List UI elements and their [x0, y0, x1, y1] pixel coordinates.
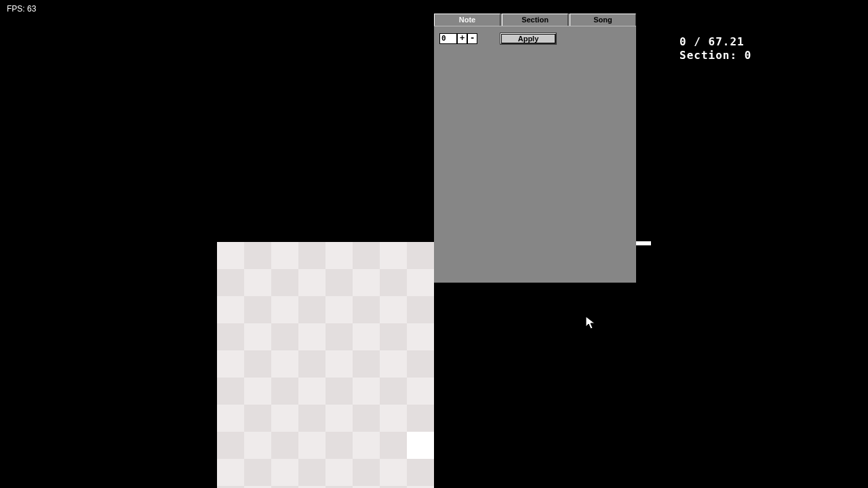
panel-body: 0 + - Apply: [434, 26, 636, 283]
tab-note[interactable]: Note: [434, 14, 500, 26]
section-label: Section:: [679, 49, 737, 62]
fps-counter: FPS: 63: [7, 4, 36, 14]
apply-button[interactable]: Apply: [500, 33, 556, 44]
grid-pattern: [217, 242, 434, 488]
tab-bar: Note Section Song: [434, 14, 636, 26]
grid-highlight-cell[interactable]: [407, 432, 434, 459]
tab-song[interactable]: Song: [570, 14, 636, 26]
stepper-value[interactable]: 0: [439, 33, 457, 44]
fps-label: FPS:: [7, 4, 25, 14]
status-info: 0 / 67.21 Section: 0: [679, 35, 751, 62]
chart-grid[interactable]: [217, 242, 434, 488]
pos-current: 0: [679, 35, 687, 48]
playhead-marker: [636, 241, 651, 245]
editor-panel: Note Section Song 0 + - Apply: [434, 14, 636, 283]
tab-section[interactable]: Section: [502, 14, 568, 26]
cursor-icon: [585, 316, 596, 329]
stepper-plus[interactable]: +: [457, 33, 467, 44]
section-value: 0: [745, 49, 752, 62]
stepper-minus[interactable]: -: [467, 33, 477, 44]
fps-value: 63: [27, 4, 36, 14]
sustain-stepper: 0 + -: [439, 33, 477, 44]
pos-total: 67.21: [709, 35, 745, 48]
